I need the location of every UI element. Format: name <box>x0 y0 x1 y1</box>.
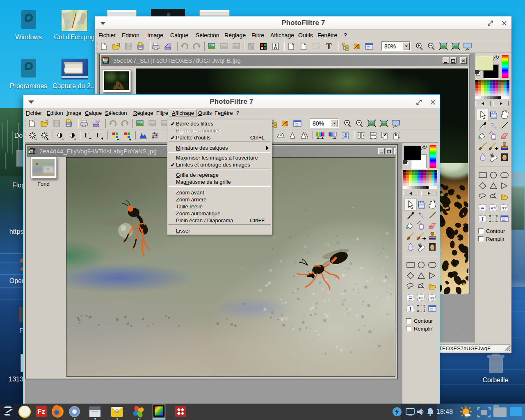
svg-text:=: = <box>409 294 412 301</box>
svg-text:I: I <box>482 216 484 222</box>
svg-text:T: T <box>326 42 332 51</box>
svg-text:I: I <box>409 306 411 312</box>
svg-text:Γ: Γ <box>84 132 89 139</box>
svg-text:3:2: 3:2 <box>430 296 435 300</box>
svg-text:Γ: Γ <box>96 132 100 139</box>
svg-text:4:3: 4:3 <box>491 206 496 210</box>
svg-text:4:3: 4:3 <box>419 296 424 300</box>
svg-text:3:2: 3:2 <box>502 206 507 210</box>
svg-text:=: = <box>481 205 484 211</box>
